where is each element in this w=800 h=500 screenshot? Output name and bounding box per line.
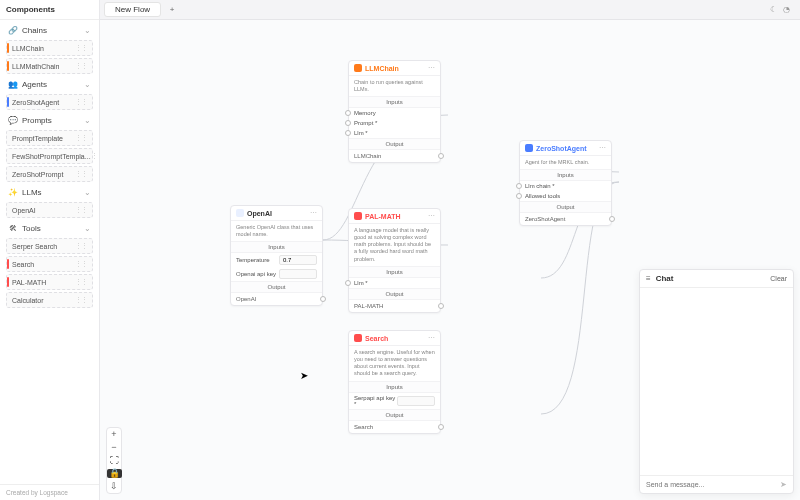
sidebar-item-search[interactable]: Search⋮⋮ [6, 256, 93, 272]
input-port[interactable] [345, 280, 351, 286]
zoom-in-button[interactable]: + [111, 430, 116, 439]
node-openai[interactable]: OpenAI⋯ Generic OpenAI class that uses m… [230, 205, 323, 306]
sidebar-group-tools[interactable]: 🛠Tools⌄ [4, 220, 95, 236]
drag-handle-icon: ⋮⋮ [75, 296, 87, 304]
color-bar [7, 169, 9, 179]
add-tab-button[interactable]: + [165, 3, 179, 17]
fit-view-button[interactable]: ⛶ [110, 456, 119, 465]
chat-menu-icon[interactable]: ≡ [646, 274, 651, 283]
node-title: Search [365, 335, 388, 342]
flow-canvas[interactable]: OpenAI⋯ Generic OpenAI class that uses m… [100, 20, 800, 500]
drag-handle-icon: ⋮⋮ [75, 44, 87, 52]
drag-handle-icon: ⋮⋮ [91, 152, 99, 160]
tab-new-flow[interactable]: New Flow [104, 2, 161, 17]
api-key-input[interactable] [279, 269, 317, 279]
output-port[interactable] [609, 216, 615, 222]
drag-handle-icon: ⋮⋮ [75, 98, 87, 106]
temperature-input[interactable] [279, 255, 317, 265]
sidebar-item-serper-search[interactable]: Serper Search⋮⋮ [6, 238, 93, 254]
zoom-out-button[interactable]: − [111, 443, 116, 452]
item-label: FewShotPromptTempla... [12, 153, 91, 160]
sidebar-item-zeroshotagent[interactable]: ZeroShotAgent⋮⋮ [6, 94, 93, 110]
node-llmchain[interactable]: LLMChain⋯ Chain to run queries against L… [348, 60, 441, 163]
drag-handle-icon: ⋮⋮ [75, 206, 87, 214]
sidebar-item-calculator[interactable]: Calculator⋮⋮ [6, 292, 93, 308]
zoom-controls: + − ⛶ 🔒 ⇩ [106, 427, 122, 494]
group-icon: ✨ [8, 187, 18, 197]
chevron-down-icon: ⌄ [84, 188, 91, 197]
lock-button[interactable]: 🔒 [107, 469, 122, 478]
node-output: Search [349, 421, 440, 433]
sidebar-item-pal-math[interactable]: PAL-MATH⋮⋮ [6, 274, 93, 290]
group-label: Chains [22, 26, 47, 35]
export-button[interactable]: ⇩ [110, 482, 118, 491]
color-bar [7, 97, 9, 107]
sidebar-item-prompttemplate[interactable]: PromptTemplate⋮⋮ [6, 130, 93, 146]
field-memory: Memory [349, 108, 440, 118]
sidebar-group-llms[interactable]: ✨LLMs⌄ [4, 184, 95, 200]
serpapi-key-input[interactable] [397, 396, 435, 406]
node-menu-icon[interactable]: ⋯ [428, 64, 435, 72]
moon-icon[interactable]: ☾ [770, 5, 777, 14]
node-menu-icon[interactable]: ⋯ [428, 212, 435, 220]
node-palmath[interactable]: PAL-MATH⋯ A language model that is reall… [348, 208, 441, 313]
output-port[interactable] [320, 296, 326, 302]
node-output: OpenAI [231, 293, 322, 305]
bell-icon[interactable]: ◔ [783, 5, 790, 14]
node-title: PAL-MATH [365, 213, 401, 220]
input-port[interactable] [516, 193, 522, 199]
node-desc: Generic OpenAI class that uses model nam… [231, 221, 322, 241]
chat-clear-button[interactable]: Clear [770, 275, 787, 282]
mouse-cursor: ➤ [300, 370, 308, 381]
node-title: LLMChain [365, 65, 399, 72]
color-bar [7, 277, 9, 287]
group-label: Tools [22, 224, 41, 233]
tab-label: New Flow [115, 5, 150, 14]
item-label: Calculator [12, 297, 44, 304]
send-icon[interactable]: ➤ [780, 480, 787, 489]
node-desc: Chain to run queries against LLMs. [349, 76, 440, 96]
item-label: LLMMathChain [12, 63, 59, 70]
sidebar-group-chains[interactable]: 🔗Chains⌄ [4, 22, 95, 38]
sidebar-item-zeroshotprompt[interactable]: ZeroShotPrompt⋮⋮ [6, 166, 93, 182]
output-port[interactable] [438, 303, 444, 309]
field-temperature: Temperature [231, 253, 322, 267]
chevron-down-icon: ⌄ [84, 224, 91, 233]
input-port[interactable] [516, 183, 522, 189]
group-icon: 🛠 [8, 223, 18, 233]
output-port[interactable] [438, 424, 444, 430]
drag-handle-icon: ⋮⋮ [75, 242, 87, 250]
sidebar-footer: Created by Logspace [0, 484, 99, 500]
chat-title: Chat [656, 274, 674, 283]
sidebar-item-fewshotprompttempla-[interactable]: FewShotPromptTempla...⋮⋮ [6, 148, 93, 164]
node-zeroshotagent[interactable]: ZeroShotAgent⋯ Agent for the MRKL chain.… [519, 140, 612, 226]
sidebar-group-prompts[interactable]: 💬Prompts⌄ [4, 112, 95, 128]
sidebar-item-llmmathchain[interactable]: LLMMathChain⋮⋮ [6, 58, 93, 74]
chat-input[interactable] [646, 481, 780, 488]
input-port[interactable] [345, 110, 351, 116]
drag-handle-icon: ⋮⋮ [75, 170, 87, 178]
group-label: Prompts [22, 116, 52, 125]
input-port[interactable] [345, 120, 351, 126]
chevron-down-icon: ⌄ [84, 26, 91, 35]
node-menu-icon[interactable]: ⋯ [599, 144, 606, 152]
field-serpapi-key: Serpapi api key * [349, 393, 440, 409]
node-menu-icon[interactable]: ⋯ [428, 334, 435, 342]
input-port[interactable] [345, 130, 351, 136]
node-menu-icon[interactable]: ⋯ [310, 209, 317, 217]
item-label: ZeroShotAgent [12, 99, 59, 106]
chevron-down-icon: ⌄ [84, 116, 91, 125]
output-port[interactable] [438, 153, 444, 159]
drag-handle-icon: ⋮⋮ [75, 278, 87, 286]
group-icon: 💬 [8, 115, 18, 125]
sidebar-group-agents[interactable]: 👥Agents⌄ [4, 76, 95, 92]
node-title: ZeroShotAgent [536, 145, 587, 152]
chat-panel: ≡ Chat Clear ➤ [639, 269, 794, 494]
node-output: LLMChain [349, 150, 440, 162]
sidebar-item-llmchain[interactable]: LLMChain⋮⋮ [6, 40, 93, 56]
node-search[interactable]: Search⋯ A search engine. Useful for when… [348, 330, 441, 434]
sidebar-item-openai[interactable]: OpenAI⋮⋮ [6, 202, 93, 218]
drag-handle-icon: ⋮⋮ [75, 260, 87, 268]
color-bar [7, 259, 9, 269]
group-label: Agents [22, 80, 47, 89]
